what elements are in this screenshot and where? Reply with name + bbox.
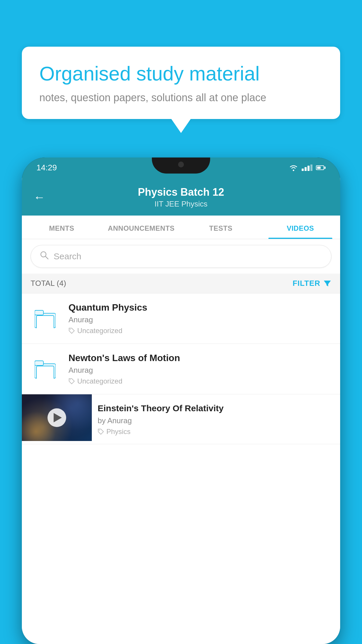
folder-icon-area xyxy=(31,309,60,328)
search-container: Search xyxy=(22,239,340,274)
folder-icon xyxy=(35,309,56,328)
tag-icon xyxy=(68,328,75,334)
list-item[interactable]: Newton's Laws of Motion Anurag Uncategor… xyxy=(22,344,340,394)
svg-point-11 xyxy=(70,379,71,380)
speech-bubble: Organised study material notes, question… xyxy=(22,47,340,119)
svg-rect-5 xyxy=(35,310,43,315)
tag-label: Physics xyxy=(106,428,131,436)
svg-rect-9 xyxy=(35,361,43,365)
search-icon xyxy=(40,251,49,262)
svg-line-2 xyxy=(45,256,48,259)
svg-rect-10 xyxy=(36,366,54,379)
header-text: Physics Batch 12 IIT JEE Physics xyxy=(54,186,308,209)
status-icons xyxy=(289,164,326,171)
list-item[interactable]: Quantum Physics Anurag Uncategorized xyxy=(22,293,340,344)
signal-icon xyxy=(302,164,312,171)
video-info: Newton's Laws of Motion Anurag Uncategor… xyxy=(68,353,331,385)
video-thumbnail[interactable] xyxy=(22,394,92,441)
tabs-bar: MENTS ANNOUNCEMENTS TESTS VIDEOS xyxy=(22,216,340,239)
tab-tests[interactable]: TESTS xyxy=(181,216,261,239)
list-item[interactable]: Einstein's Theory Of Relativity by Anura… xyxy=(22,394,340,444)
video-tag: Physics xyxy=(98,428,334,436)
video-list: Quantum Physics Anurag Uncategorized xyxy=(22,293,340,644)
filter-label: FILTER xyxy=(293,279,320,288)
play-icon xyxy=(54,413,62,422)
svg-point-0 xyxy=(293,170,294,171)
svg-point-7 xyxy=(70,329,71,330)
video-tag: Uncategorized xyxy=(68,327,331,335)
battery-icon xyxy=(316,165,326,170)
video-tag: Uncategorized xyxy=(68,377,331,385)
search-bar[interactable]: Search xyxy=(31,245,331,268)
play-button[interactable] xyxy=(48,408,66,427)
video-author: by Anurag xyxy=(98,416,334,425)
tag-label: Uncategorized xyxy=(77,327,122,335)
tab-ments[interactable]: MENTS xyxy=(22,216,101,239)
bubble-subtitle: notes, question papers, solutions all at… xyxy=(39,92,323,104)
header-title: Physics Batch 12 xyxy=(54,186,308,198)
tag-label: Uncategorized xyxy=(77,377,122,385)
folder-icon-area xyxy=(31,360,60,379)
svg-marker-3 xyxy=(324,281,331,286)
phone-frame: 14:29 xyxy=(22,158,340,644)
back-button[interactable]: ← xyxy=(34,191,45,204)
svg-rect-6 xyxy=(36,316,54,328)
wifi-icon xyxy=(289,164,298,171)
tag-icon xyxy=(68,378,75,384)
svg-point-12 xyxy=(99,430,100,431)
app-header: ← Physics Batch 12 IIT JEE Physics xyxy=(22,178,340,216)
status-bar: 14:29 xyxy=(22,158,340,178)
camera xyxy=(178,162,184,167)
video-info: Quantum Physics Anurag Uncategorized xyxy=(68,302,331,335)
video-info: Einstein's Theory Of Relativity by Anura… xyxy=(92,394,340,444)
phone-screen: ← Physics Batch 12 IIT JEE Physics MENTS… xyxy=(22,178,340,644)
video-title: Quantum Physics xyxy=(68,302,331,313)
folder-icon xyxy=(35,360,56,379)
video-title: Einstein's Theory Of Relativity xyxy=(98,402,334,414)
tab-videos[interactable]: VIDEOS xyxy=(261,216,340,239)
status-time: 14:29 xyxy=(36,163,57,172)
video-title: Newton's Laws of Motion xyxy=(68,353,331,363)
total-count: TOTAL (4) xyxy=(31,279,66,288)
filter-bar: TOTAL (4) FILTER xyxy=(22,274,340,293)
search-input[interactable]: Search xyxy=(54,251,81,261)
filter-icon xyxy=(323,279,331,288)
filter-button[interactable]: FILTER xyxy=(293,279,331,288)
video-author: Anurag xyxy=(68,366,331,375)
tab-announcements[interactable]: ANNOUNCEMENTS xyxy=(101,216,181,239)
header-subtitle: IIT JEE Physics xyxy=(54,200,308,209)
video-author: Anurag xyxy=(68,315,331,324)
bubble-title: Organised study material xyxy=(39,62,323,86)
tag-icon xyxy=(98,428,104,435)
